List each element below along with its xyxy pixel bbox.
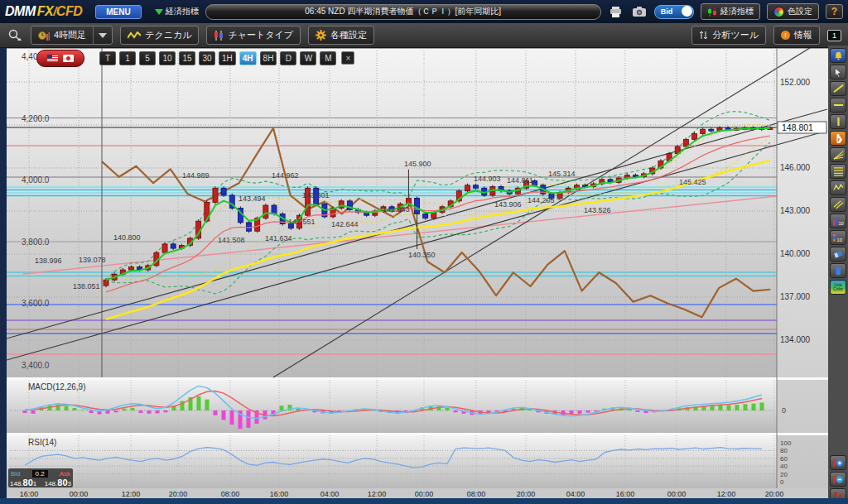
- camera-icon[interactable]: [631, 5, 648, 18]
- timeframe-button-1H[interactable]: 1H: [219, 51, 236, 65]
- drawing-toolbar: 1010Line Color↻: [828, 46, 848, 504]
- logo-cfd: CFD: [56, 4, 82, 19]
- svg-text:00:00: 00:00: [667, 490, 687, 498]
- channel-icon[interactable]: [830, 197, 846, 212]
- menu-button[interactable]: MENU: [95, 5, 141, 19]
- svg-text:138.996: 138.996: [35, 257, 62, 265]
- svg-text:148.801: 148.801: [782, 122, 813, 132]
- timeframe-button-5[interactable]: 5: [139, 51, 156, 65]
- fan-lines-icon[interactable]: [830, 147, 846, 162]
- bid-label: Bid: [11, 470, 21, 478]
- zigzag-icon: [128, 31, 141, 40]
- color-settings-button[interactable]: 色設定: [767, 3, 819, 20]
- analysis-tools-button[interactable]: 分析ツール: [691, 26, 766, 45]
- ask-price: 148.803: [45, 478, 71, 487]
- bar-count-icon[interactable]: 10: [830, 214, 846, 228]
- technical-button[interactable]: テクニカル: [120, 26, 199, 45]
- info-icon: !: [781, 31, 790, 40]
- info-button[interactable]: ! 情報: [773, 26, 820, 45]
- svg-text:138.051: 138.051: [73, 282, 100, 290]
- svg-text:144.205: 144.205: [528, 196, 555, 204]
- timeframe-button-W[interactable]: W: [300, 51, 316, 65]
- instrument-tab-usdjpy[interactable]: [36, 50, 84, 67]
- svg-text:140.350: 140.350: [408, 251, 436, 259]
- panel-count-badge[interactable]: 1: [827, 30, 841, 41]
- svg-text:3,800.0: 3,800.0: [22, 238, 50, 247]
- bottom-strip: [0, 498, 848, 504]
- timeframe-button-10[interactable]: 10: [159, 51, 176, 65]
- settings-button[interactable]: 各種設定: [308, 26, 374, 45]
- eraser-icon[interactable]: [830, 247, 846, 262]
- econ-indicator-button[interactable]: 経済指標: [701, 3, 760, 20]
- svg-text:00:00: 00:00: [415, 490, 434, 498]
- vertical-line-icon[interactable]: [830, 114, 846, 129]
- ask-label: Ask: [60, 470, 70, 478]
- bid-ask-toggle[interactable]: Bid: [654, 5, 694, 19]
- timeframe-dropdown-arrow[interactable]: [93, 26, 112, 44]
- svg-text:60: 60: [780, 455, 788, 463]
- svg-text:143.526: 143.526: [584, 206, 611, 214]
- svg-text:20:00: 20:00: [169, 490, 188, 498]
- line-color-icon[interactable]: Line Color: [830, 280, 846, 295]
- cursor-icon[interactable]: [830, 65, 846, 79]
- chart-type-button[interactable]: チャートタイプ: [206, 26, 301, 45]
- color-button-label: 色設定: [788, 6, 812, 17]
- svg-text:134.000: 134.000: [780, 335, 811, 344]
- svg-text:137.000: 137.000: [780, 292, 811, 301]
- svg-text:0: 0: [780, 478, 784, 486]
- svg-text:20: 20: [780, 471, 788, 478]
- svg-text:145.425: 145.425: [679, 178, 706, 186]
- svg-text:140.000: 140.000: [780, 249, 811, 258]
- svg-text:20:00: 20:00: [517, 490, 536, 498]
- svg-text:141.508: 141.508: [218, 236, 245, 244]
- analysis-tools-label: 分析ツール: [712, 29, 759, 41]
- svg-text:0: 0: [782, 406, 786, 415]
- help-button[interactable]: ?: [826, 4, 843, 19]
- svg-text:145.314: 145.314: [548, 170, 576, 178]
- hand-tool-icon[interactable]: [830, 131, 846, 146]
- econ-indicator-toggle[interactable]: 経済指標: [155, 6, 199, 17]
- timeframe-button-M[interactable]: M: [320, 51, 336, 65]
- news-ticker[interactable]: 06:45 NZD 四半期消費者物価（ＣＰＩ）[前年同期比]: [205, 4, 601, 20]
- timeframe-button-30[interactable]: 30: [199, 51, 215, 65]
- us-flag-icon: [47, 55, 58, 62]
- svg-text:143.494: 143.494: [238, 194, 266, 203]
- horizontal-line-icon[interactable]: [830, 98, 846, 113]
- svg-text:12:00: 12:00: [122, 490, 141, 498]
- svg-text:142.644: 142.644: [331, 220, 359, 228]
- zoom-tool-icon[interactable]: [7, 29, 23, 42]
- svg-text:142.843: 142.843: [383, 205, 410, 214]
- timeframe-dropdown[interactable]: 4時間足: [31, 26, 113, 45]
- instrument-tab-close[interactable]: ×: [341, 51, 354, 65]
- svg-text:4,000.0: 4,000.0: [22, 175, 50, 185]
- svg-text:00:00: 00:00: [70, 490, 89, 498]
- svg-text:139.078: 139.078: [79, 256, 106, 264]
- svg-text:04:00: 04:00: [320, 490, 340, 498]
- chart-zoom-in-icon[interactable]: [830, 455, 846, 470]
- timeframe-button-8H[interactable]: 8H: [260, 51, 277, 65]
- trash-icon[interactable]: [830, 263, 846, 278]
- timeframe-button-D[interactable]: D: [280, 51, 296, 65]
- bid-toggle-label: Bid: [661, 7, 673, 16]
- svg-text:143.000: 143.000: [780, 206, 811, 215]
- main-chart-canvas[interactable]: 152.000146.000143.000140.000137.000134.0…: [7, 48, 828, 498]
- clock-icon: [38, 31, 50, 41]
- svg-text:40: 40: [780, 463, 788, 470]
- zigzag-icon[interactable]: [830, 180, 846, 195]
- print-icon[interactable]: [608, 5, 624, 18]
- svg-text:12:00: 12:00: [368, 490, 387, 498]
- toggle-knob: [682, 6, 692, 17]
- price-count-icon[interactable]: 10: [830, 230, 846, 245]
- bid-ask-panel: Bid 0.2 Ask 148.801 148.803: [8, 468, 73, 487]
- alert-bell-icon[interactable]: [830, 48, 846, 63]
- logo-fx: FX: [37, 4, 53, 19]
- timeframe-button-1[interactable]: 1: [119, 51, 136, 65]
- svg-text:80: 80: [780, 447, 788, 454]
- timeframe-button-15[interactable]: 15: [179, 51, 195, 65]
- timeframe-button-4H[interactable]: 4H: [239, 51, 257, 65]
- timeframe-button-T[interactable]: T: [99, 51, 116, 65]
- fibonacci-icon[interactable]: [830, 164, 846, 179]
- trendline-icon[interactable]: [830, 81, 846, 96]
- svg-text:4,200.0: 4,200.0: [22, 114, 50, 123]
- chart-zoom-out-icon[interactable]: [830, 472, 846, 487]
